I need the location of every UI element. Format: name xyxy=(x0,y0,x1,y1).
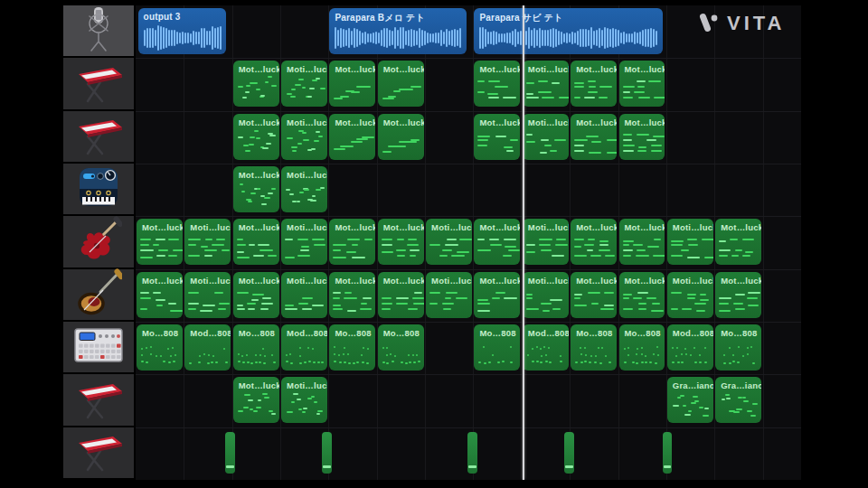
midi-clip[interactable]: Mot…luck xyxy=(715,272,761,318)
midi-clip[interactable]: Mot…luck xyxy=(233,272,279,318)
midi-note xyxy=(382,297,392,299)
midi-clip[interactable]: Mot…luck xyxy=(329,272,375,318)
midi-clip[interactable]: Moti…luck xyxy=(426,272,472,318)
midi-clip[interactable]: Mo…808 xyxy=(137,324,183,371)
midi-clip[interactable]: Mot…luck xyxy=(329,114,375,160)
midi-clip[interactable]: Mo…808 xyxy=(329,324,375,371)
midi-clip[interactable]: Mot…luck xyxy=(474,61,520,107)
midi-clip[interactable]: Moti…luck xyxy=(667,272,713,318)
track-header[interactable] xyxy=(63,269,134,320)
midi-clip[interactable]: Gra…iano xyxy=(715,377,761,423)
midi-clip[interactable]: Gra…iano xyxy=(667,377,713,423)
midi-note xyxy=(408,354,410,356)
midi-clip[interactable]: Moti…luck xyxy=(281,219,327,265)
midi-clip[interactable]: Mot…luck xyxy=(233,114,279,160)
midi-clip[interactable]: Mot…luck xyxy=(619,114,665,160)
midi-clip[interactable]: Moti…luck xyxy=(523,219,569,265)
midi-clip[interactable]: Mot…luck xyxy=(474,114,520,160)
midi-clip[interactable]: Moti…luck xyxy=(667,219,713,265)
clip-label: Gra…iano xyxy=(667,377,713,390)
midi-clip[interactable]: Mot…luck xyxy=(715,219,761,265)
midi-clip[interactable]: Moti…luck xyxy=(523,61,569,107)
midi-note xyxy=(636,353,637,355)
midi-note xyxy=(477,299,488,301)
midi-note xyxy=(584,361,587,362)
midi-clip[interactable]: Mot…luck xyxy=(378,61,424,107)
midi-clip[interactable]: Mot…luck xyxy=(619,219,665,265)
midi-clip[interactable]: Mot…luck xyxy=(571,272,617,318)
track-header[interactable] xyxy=(63,58,134,108)
midi-clip[interactable]: Mod…808 xyxy=(523,324,569,371)
midi-clip[interactable]: Mod…808 xyxy=(184,324,231,371)
midi-note xyxy=(427,33,429,44)
midi-clip-short[interactable] xyxy=(663,432,673,474)
midi-clip[interactable]: Mot…luck xyxy=(474,272,520,318)
midi-clip[interactable]: Mot…luck xyxy=(571,61,617,107)
track-header[interactable] xyxy=(63,5,134,56)
midi-clip[interactable]: Mot…luck xyxy=(233,166,279,212)
midi-clip[interactable]: Moti…luck xyxy=(184,219,231,265)
midi-clip[interactable]: Mot…luck xyxy=(233,377,279,423)
midi-clip[interactable]: Moti…luck xyxy=(281,61,327,107)
midi-note xyxy=(574,150,584,152)
midi-clip[interactable]: Mot…luck xyxy=(233,219,279,265)
track-header[interactable] xyxy=(63,322,134,372)
midi-clip[interactable]: Moti…luck xyxy=(281,377,327,423)
midi-clip-short[interactable] xyxy=(225,432,235,474)
audio-clip[interactable]: Parapara Bメロ テト xyxy=(329,8,466,54)
midi-clip[interactable]: Mod…808 xyxy=(667,324,713,371)
midi-note xyxy=(628,33,630,42)
midi-clip[interactable]: Mot…luck xyxy=(378,219,424,265)
midi-note xyxy=(566,33,568,43)
track-header[interactable] xyxy=(63,374,134,425)
midi-clip[interactable]: Mot…luck xyxy=(619,272,665,318)
midi-clip-short[interactable] xyxy=(564,432,574,474)
midi-note xyxy=(599,28,600,48)
midi-clip[interactable]: Moti…luck xyxy=(281,114,327,160)
midi-clip[interactable]: Mot…luck xyxy=(378,272,424,318)
midi-clip[interactable]: Mot…luck xyxy=(571,114,617,160)
midi-note xyxy=(345,30,347,45)
midi-clip[interactable]: Moti…luck xyxy=(281,272,327,318)
midi-clip[interactable]: Moti…luck xyxy=(523,114,569,160)
midi-clip[interactable]: Moti…luck xyxy=(426,219,472,265)
timeline-grid[interactable]: output 3Parapara Bメロ テトParapara サビ テトMot… xyxy=(136,5,801,480)
midi-clip[interactable]: Mo…808 xyxy=(619,324,665,371)
audio-clip[interactable]: output 3 xyxy=(138,8,227,54)
midi-clip[interactable]: Mo…808 xyxy=(474,324,520,371)
midi-clip[interactable]: Mod…808 xyxy=(281,324,327,371)
midi-clip[interactable]: Mo…808 xyxy=(571,324,617,371)
audio-clip[interactable]: Parapara サビ テト xyxy=(474,8,663,54)
midi-note xyxy=(156,239,165,240)
midi-clip[interactable]: Mot…luck xyxy=(329,219,375,265)
midi-note xyxy=(316,413,320,415)
midi-clip[interactable]: Mot…luck xyxy=(378,114,424,160)
track-header[interactable] xyxy=(63,111,134,162)
midi-note xyxy=(351,31,353,45)
midi-clip[interactable]: Mot…luck xyxy=(474,219,520,265)
guitar-icon xyxy=(75,216,122,268)
midi-note xyxy=(508,249,520,251)
midi-clip[interactable]: Mot…luck xyxy=(137,219,183,265)
midi-note xyxy=(641,347,643,349)
midi-clip[interactable]: Mo…808 xyxy=(378,324,424,371)
midi-clip[interactable]: Mo…808 xyxy=(233,324,279,371)
midi-clip[interactable]: Mot…luck xyxy=(137,272,183,318)
midi-clip[interactable]: Moti…luck xyxy=(184,272,231,318)
midi-clip[interactable]: Mot…luck xyxy=(329,61,375,107)
midi-clip[interactable]: Mot…luck xyxy=(233,61,279,107)
clip-label: Mot…luck xyxy=(571,219,617,232)
midi-clip-short[interactable] xyxy=(467,432,477,474)
midi-note xyxy=(396,249,406,251)
track-header[interactable] xyxy=(63,216,134,267)
midi-clip[interactable]: Moti…luck xyxy=(523,272,569,318)
midi-clip[interactable]: Mot…luck xyxy=(619,61,665,107)
midi-clip[interactable]: Moti…luck xyxy=(281,166,327,212)
track-header[interactable] xyxy=(63,164,134,214)
midi-clip-short[interactable] xyxy=(322,432,332,474)
midi-clip[interactable]: Mot…luck xyxy=(571,219,617,265)
midi-note xyxy=(495,32,497,44)
track-header[interactable] xyxy=(63,427,134,478)
midi-clip[interactable]: Mo…808 xyxy=(715,324,761,371)
playhead[interactable] xyxy=(523,5,524,480)
